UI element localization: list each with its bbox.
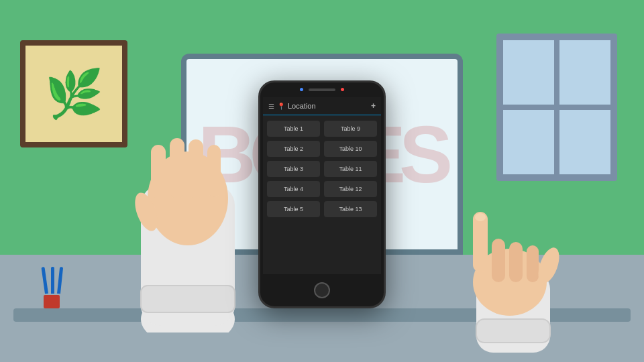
phone-body: ☰ 📍 Location + Table 1 Table 9 Table 2 T…: [258, 80, 386, 308]
arm-left: [134, 131, 241, 335]
pen-holder: [44, 267, 62, 308]
window-frame: [496, 34, 617, 181]
table-button-12[interactable]: Table 12: [324, 181, 377, 197]
left-hand-svg: [134, 131, 241, 333]
phone-speaker: [309, 88, 335, 91]
table-button-11[interactable]: Table 11: [324, 161, 377, 177]
svg-rect-13: [492, 239, 505, 282]
phone-screen: ☰ 📍 Location + Table 1 Table 9 Table 2 T…: [263, 97, 381, 274]
window-cross-vertical: [554, 40, 559, 174]
svg-rect-5: [189, 139, 203, 198]
svg-rect-15: [527, 245, 539, 282]
table-button-1[interactable]: Table 1: [267, 121, 320, 137]
svg-rect-10: [476, 319, 550, 343]
app-title: Location: [288, 102, 368, 110]
phone-top-bar: [260, 88, 384, 91]
phone-home-button[interactable]: [314, 282, 330, 298]
svg-rect-8: [141, 286, 235, 312]
pin-icon: 📍: [277, 103, 285, 110]
svg-rect-3: [151, 145, 166, 198]
table-button-4[interactable]: Table 4: [267, 181, 320, 197]
svg-point-17: [475, 213, 486, 221]
table-button-2[interactable]: Table 2: [267, 141, 320, 157]
phone-wrapper: ☰ 📍 Location + Table 1 Table 9 Table 2 T…: [258, 80, 386, 308]
table-button-10[interactable]: Table 10: [324, 141, 377, 157]
table-button-9[interactable]: Table 9: [324, 121, 377, 137]
svg-rect-14: [509, 242, 523, 282]
phone-indicator-red: [341, 88, 344, 91]
phone-indicator-blue: [300, 88, 303, 91]
table-grid: Table 1 Table 9 Table 2 Table 10 Table 3…: [263, 115, 381, 223]
menu-icon[interactable]: ☰: [268, 103, 274, 110]
svg-rect-4: [170, 138, 184, 198]
table-button-3[interactable]: Table 3: [267, 161, 320, 177]
right-hand-svg: [436, 192, 570, 353]
picture-frame: 🌿: [20, 40, 127, 147]
plus-icon[interactable]: +: [371, 101, 376, 111]
arm-right: [436, 192, 570, 355]
table-button-5[interactable]: Table 5: [267, 201, 320, 217]
pen-cup: [44, 295, 60, 308]
pen-2: [51, 267, 54, 294]
svg-rect-6: [207, 145, 221, 197]
plant-art: 🌿: [45, 66, 103, 121]
table-button-13[interactable]: Table 13: [324, 201, 377, 217]
app-header: ☰ 📍 Location +: [263, 97, 381, 115]
